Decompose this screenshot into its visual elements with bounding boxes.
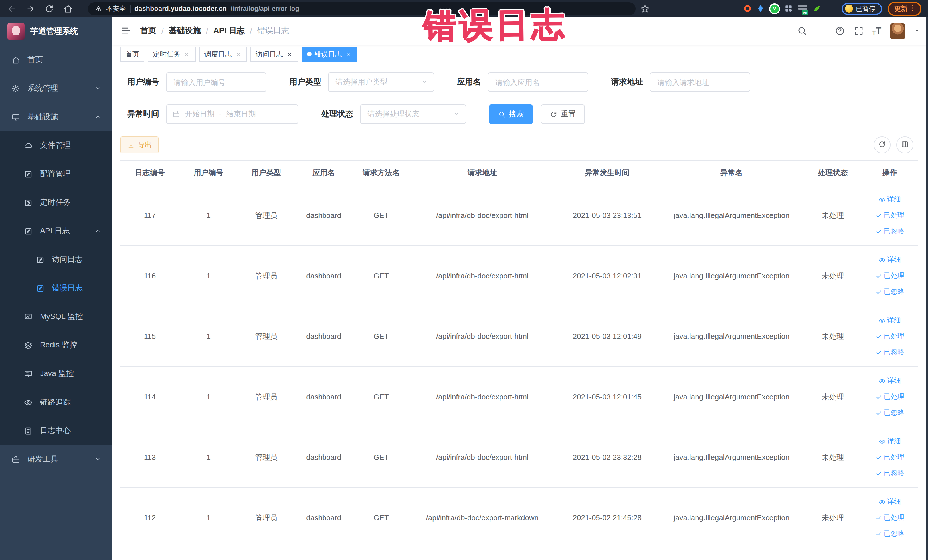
sidebar-item-error-log[interactable]: 错误日志 xyxy=(0,274,112,302)
tab-首页[interactable]: 首页 xyxy=(121,47,144,62)
action-已忽略-link[interactable]: 已忽略 xyxy=(875,348,904,357)
emoji-icon xyxy=(845,5,853,12)
column-header-请求方法名: 请求方法名 xyxy=(352,160,410,185)
browser-chrome: 不安全 dashboard.yudao.iocoder.cn/infra/log… xyxy=(0,0,928,17)
tab-访问日志[interactable]: 访问日志 xyxy=(250,47,298,62)
action-已忽略-link[interactable]: 已忽略 xyxy=(875,468,904,478)
close-icon[interactable] xyxy=(235,50,242,58)
action-详细-link[interactable]: 详细 xyxy=(879,255,901,265)
fullscreen-icon[interactable] xyxy=(853,26,864,36)
sidebar-item-label: 配置管理 xyxy=(40,169,71,179)
action-详细-link[interactable]: 详细 xyxy=(879,436,901,446)
action-详细-link[interactable]: 详细 xyxy=(879,195,901,204)
sidebar-item-java[interactable]: Java 监控 xyxy=(0,359,112,388)
cell-exception-time: 2021-05-03 12:01:45 xyxy=(555,366,659,427)
sidebar-item-system[interactable]: 系统管理 xyxy=(0,74,112,103)
action-详细-link[interactable]: 详细 xyxy=(879,376,901,386)
paused-extension-badge[interactable]: 已暂停 xyxy=(841,3,882,15)
github-icon[interactable] xyxy=(816,26,826,36)
exception-time-range-picker[interactable]: 开始日期 - 结束日期 xyxy=(166,104,298,124)
extension-on-badge-icon[interactable]: on xyxy=(798,4,807,13)
app-name-input[interactable] xyxy=(488,72,588,92)
sidebar-item-dev-tools[interactable]: 研发工具 xyxy=(0,445,112,473)
user-type-label: 用户类型 xyxy=(289,77,321,87)
action-已处理-link[interactable]: 已处理 xyxy=(875,331,904,341)
action-详细-link[interactable]: 详细 xyxy=(879,497,901,507)
browser-forward-icon[interactable] xyxy=(26,4,35,14)
check-icon xyxy=(875,349,882,356)
avatar-caret-down-icon[interactable] xyxy=(914,27,920,35)
column-settings-button[interactable] xyxy=(896,136,913,154)
user-id-input[interactable] xyxy=(166,72,266,92)
action-label: 详细 xyxy=(887,436,901,446)
breadcrumb-item[interactable]: API 日志 xyxy=(214,26,245,36)
export-button[interactable]: 导出 xyxy=(121,136,159,154)
sidebar-item-job[interactable]: 定时任务 xyxy=(0,188,112,217)
action-已处理-link[interactable]: 已处理 xyxy=(875,271,904,281)
tab-错误日志[interactable]: 错误日志 xyxy=(302,47,357,62)
extension-leaf-icon[interactable] xyxy=(812,4,821,13)
action-label: 已处理 xyxy=(884,392,904,402)
extension-puzzle-icon[interactable] xyxy=(827,4,836,13)
action-详细-link[interactable]: 详细 xyxy=(879,316,901,325)
chevron-down-icon xyxy=(421,78,428,87)
action-已处理-link[interactable]: 已处理 xyxy=(875,513,904,523)
action-已处理-link[interactable]: 已处理 xyxy=(875,211,904,220)
sidebar-item-api-log[interactable]: API 日志 xyxy=(0,217,112,245)
sidebar-item-tracer[interactable]: 链路追踪 xyxy=(0,388,112,417)
extension-v-icon[interactable]: V xyxy=(770,4,779,13)
action-已忽略-link[interactable]: 已忽略 xyxy=(875,226,904,236)
action-已处理-link[interactable]: 已处理 xyxy=(875,392,904,402)
help-icon[interactable] xyxy=(835,26,845,36)
browser-back-icon[interactable] xyxy=(7,4,17,14)
columns-icon xyxy=(901,140,908,150)
sidebar-item-label: Java 监控 xyxy=(40,369,74,379)
sidebar-item-file[interactable]: 文件管理 xyxy=(0,131,112,160)
sidebar-item-log-center[interactable]: 日志中心 xyxy=(0,417,112,445)
process-status-select[interactable]: 请选择处理状态 xyxy=(360,104,466,124)
action-已忽略-link[interactable]: 已忽略 xyxy=(875,529,904,539)
sidebar-item-redis[interactable]: Redis 监控 xyxy=(0,331,112,359)
browser-update-button[interactable]: 更新 xyxy=(887,2,921,16)
sidebar-item-mysql[interactable]: MySQL 监控 xyxy=(0,302,112,331)
refresh-table-button[interactable] xyxy=(873,136,890,154)
page-scrollbar[interactable] xyxy=(926,17,928,560)
action-label: 已忽略 xyxy=(884,226,904,236)
request-url-input[interactable] xyxy=(650,72,750,92)
tab-调度日志[interactable]: 调度日志 xyxy=(199,47,247,62)
action-已忽略-link[interactable]: 已忽略 xyxy=(875,408,904,418)
hamburger-icon[interactable] xyxy=(121,25,132,37)
extension-shield-icon[interactable] xyxy=(756,4,765,13)
sidebar-item-config[interactable]: 配置管理 xyxy=(0,160,112,188)
extension-adblock-icon[interactable] xyxy=(744,5,751,12)
sidebar-item-infra[interactable]: 基础设施 xyxy=(0,103,112,131)
check-icon xyxy=(875,212,882,219)
address-bar[interactable]: 不安全 dashboard.yudao.iocoder.cn/infra/log… xyxy=(88,2,636,15)
sidebar-item-access-log[interactable]: 访问日志 xyxy=(0,245,112,274)
cloud-icon xyxy=(23,141,32,150)
address-bar-divider xyxy=(130,5,130,12)
user-type-select[interactable]: 请选择用户类型 xyxy=(328,72,434,92)
action-已忽略-link[interactable]: 已忽略 xyxy=(875,287,904,297)
sidebar-logo[interactable]: 芋道管理系统 xyxy=(0,17,112,46)
sidebar-item-home[interactable]: 首页 xyxy=(0,46,112,74)
user-avatar[interactable] xyxy=(890,23,905,38)
font-size-icon[interactable]: TT xyxy=(872,26,881,36)
close-icon[interactable] xyxy=(286,50,293,58)
cell-log-id: 117 xyxy=(121,185,179,246)
browser-reload-icon[interactable] xyxy=(44,4,54,14)
extension-grid-icon[interactable] xyxy=(784,4,793,13)
reset-button[interactable]: 重置 xyxy=(541,104,585,124)
tab-定时任务[interactable]: 定时任务 xyxy=(148,47,196,62)
search-button[interactable]: 搜索 xyxy=(489,104,533,124)
breadcrumb-item[interactable]: 基础设施 xyxy=(169,26,201,36)
close-icon[interactable] xyxy=(183,50,191,58)
bookmark-star-icon[interactable] xyxy=(640,4,650,14)
browser-menu-icon[interactable] xyxy=(908,4,914,14)
breadcrumb-item[interactable]: 首页 xyxy=(140,26,156,36)
search-icon[interactable] xyxy=(797,26,807,36)
browser-home-icon[interactable] xyxy=(63,4,73,14)
action-已处理-link[interactable]: 已处理 xyxy=(875,452,904,462)
close-icon[interactable] xyxy=(345,50,352,58)
action-label: 已忽略 xyxy=(884,468,904,478)
